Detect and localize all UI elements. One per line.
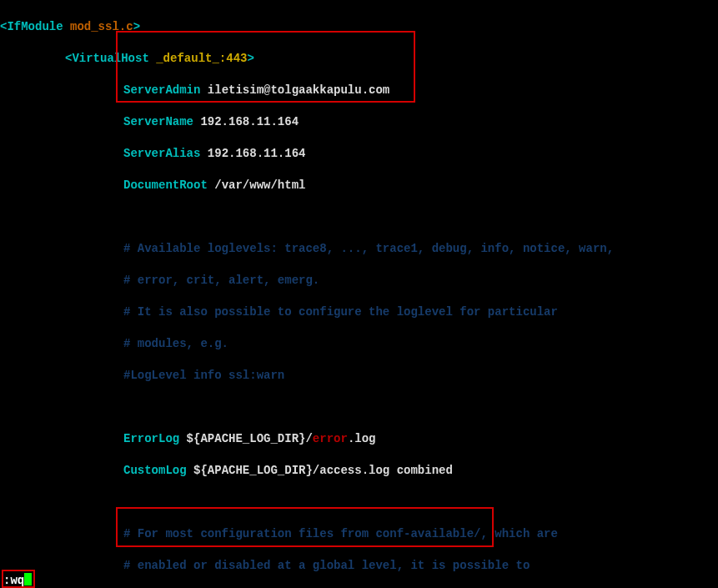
comment-line: #LogLevel info ssl:warn <box>123 369 284 382</box>
vim-command-line[interactable]: :wq <box>3 573 32 588</box>
errorlog-val2: .log <box>348 432 376 445</box>
errorlog-error-token: error <box>313 432 348 445</box>
documentroot-val: /var/www/html <box>208 178 306 192</box>
comment-line: # error, crit, alert, emerg. <box>123 274 319 287</box>
customlog-val: ${APACHE_LOG_DIR}/access.log combined <box>187 464 453 477</box>
comment-line: # It is also possible to configure the l… <box>123 305 558 319</box>
mod-ssl-arg: mod_ssl.c <box>70 20 133 33</box>
comment-line: # enabled or disabled at a global level,… <box>123 559 530 572</box>
wq-command: :wq <box>3 574 24 587</box>
errorlog-val1: ${APACHE_LOG_DIR}/ <box>179 432 313 445</box>
serveralias-val: 192.168.11.164 <box>200 147 305 160</box>
terminal-editor[interactable]: <IfModule mod_ssl.c> <VirtualHost _defau… <box>0 0 718 588</box>
cursor-block-icon <box>24 573 32 585</box>
ifmodule-open-tag: <IfModule <box>0 20 70 33</box>
serveradmin-val: iletisim@tolgaakkapulu.com <box>200 83 389 97</box>
virtualhost-arg: _default_:443 <box>156 52 247 65</box>
serveradmin-key: ServerAdmin <box>123 83 200 97</box>
virtualhost-open-tag: <VirtualHost <box>65 52 156 65</box>
serveralias-key: ServerAlias <box>123 147 200 160</box>
tag-close-2: > <box>247 52 254 65</box>
servername-key: ServerName <box>123 115 193 128</box>
comment-line: # For most configuration files from conf… <box>123 527 558 540</box>
customlog-key: CustomLog <box>123 464 187 477</box>
tag-close-1: > <box>133 20 140 33</box>
errorlog-key: ErrorLog <box>123 432 179 445</box>
documentroot-key: DocumentRoot <box>123 178 208 192</box>
comment-line: # modules, e.g. <box>123 337 228 350</box>
comment-line: # Available loglevels: trace8, ..., trac… <box>123 242 614 255</box>
servername-val: 192.168.11.164 <box>193 115 299 128</box>
